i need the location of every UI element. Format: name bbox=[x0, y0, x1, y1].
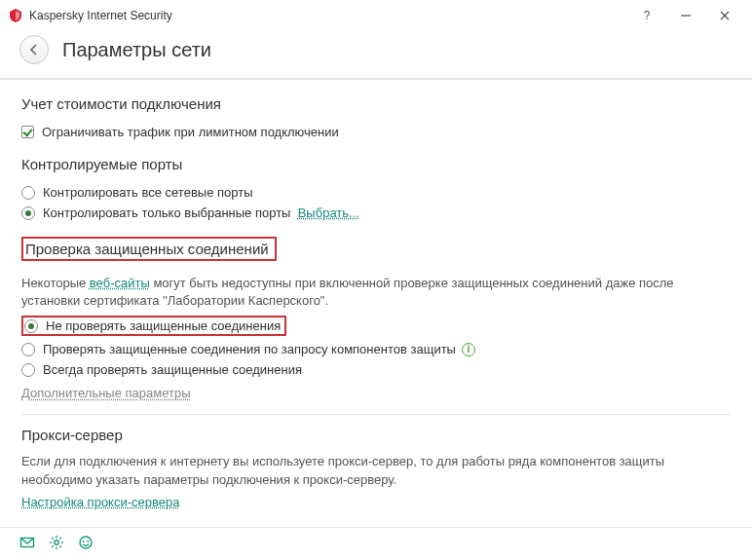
section-ports-heading: Контролируемые порты bbox=[21, 156, 731, 174]
divider bbox=[21, 414, 731, 415]
section-ports: Контролируемые порты Контролировать все … bbox=[21, 156, 731, 223]
minimize-button[interactable] bbox=[666, 0, 705, 31]
help-button[interactable]: ? bbox=[627, 0, 666, 31]
svg-line-13 bbox=[52, 545, 54, 547]
radio-label: Контролировать все сетевые порты bbox=[43, 185, 253, 200]
radio-icon bbox=[21, 186, 35, 200]
radio-selected-ports[interactable]: Контролировать только выбранные порты Вы… bbox=[21, 203, 731, 223]
radio-check-on-request[interactable]: Проверять защищенные соединения по запро… bbox=[21, 339, 731, 359]
checkbox-limit-traffic[interactable]: Ограничивать трафик при лимитном подключ… bbox=[21, 122, 731, 142]
additional-params-link[interactable]: Дополнительные параметры bbox=[21, 386, 191, 400]
radio-icon bbox=[24, 319, 38, 333]
close-button[interactable] bbox=[705, 0, 744, 31]
select-ports-link[interactable]: Выбрать... bbox=[298, 205, 359, 220]
svg-point-16 bbox=[87, 541, 89, 542]
radio-label: Не проверять защищенные соединения bbox=[46, 318, 281, 333]
back-button[interactable] bbox=[19, 35, 49, 64]
section-proxy: Прокси-сервер Если для подключения к инт… bbox=[21, 427, 731, 508]
section-secure-description: Некоторые веб-сайты могут быть недоступн… bbox=[21, 275, 731, 310]
checkbox-label: Ограничивать трафик при лимитном подключ… bbox=[42, 125, 339, 139]
radio-always-check[interactable]: Всегда проверять защищенные соединения bbox=[21, 359, 731, 380]
page-header: Параметры сети bbox=[0, 31, 752, 80]
proxy-settings-link[interactable]: Настройка прокси-сервера bbox=[21, 495, 179, 509]
svg-line-10 bbox=[52, 538, 54, 540]
section-proxy-heading: Прокси-сервер bbox=[21, 427, 731, 445]
section-secure-connections: Проверка защищенных соединений Некоторые… bbox=[21, 237, 731, 400]
svg-line-11 bbox=[59, 545, 61, 547]
gear-icon[interactable] bbox=[49, 535, 64, 553]
page-title: Параметры сети bbox=[62, 39, 211, 61]
info-icon[interactable]: i bbox=[462, 343, 475, 356]
window-title: Kaspersky Internet Security bbox=[29, 9, 627, 22]
radio-label: Всегда проверять защищенные соединения bbox=[43, 362, 302, 377]
mail-icon[interactable] bbox=[19, 535, 35, 553]
radio-icon bbox=[21, 206, 35, 220]
radio-label: Контролировать только выбранные порты bbox=[43, 205, 290, 220]
footer bbox=[0, 527, 752, 560]
websites-link[interactable]: веб-сайты bbox=[90, 276, 150, 290]
svg-point-5 bbox=[55, 541, 58, 544]
svg-text:?: ? bbox=[644, 10, 651, 21]
desc-text: Некоторые bbox=[21, 276, 90, 290]
svg-point-15 bbox=[83, 541, 85, 542]
support-icon[interactable] bbox=[78, 535, 94, 553]
titlebar: Kaspersky Internet Security ? bbox=[0, 0, 752, 31]
section-proxy-description: Если для подключения к интернету вы испо… bbox=[21, 453, 731, 488]
content-area: Учет стоимости подключения Ограничивать … bbox=[0, 80, 752, 525]
radio-icon bbox=[21, 363, 35, 377]
app-logo-icon bbox=[8, 8, 23, 23]
section-secure-heading: Проверка защищенных соединений bbox=[21, 237, 277, 261]
radio-icon bbox=[21, 343, 35, 356]
radio-all-ports[interactable]: Контролировать все сетевые порты bbox=[21, 182, 731, 203]
svg-line-12 bbox=[59, 538, 61, 540]
radio-never-check[interactable]: Не проверять защищенные соединения bbox=[21, 316, 286, 336]
radio-label: Проверять защищенные соединения по запро… bbox=[43, 342, 456, 356]
section-cost-heading: Учет стоимости подключения bbox=[21, 95, 731, 114]
svg-point-14 bbox=[80, 537, 92, 548]
section-cost: Учет стоимости подключения Ограничивать … bbox=[21, 95, 731, 142]
checkbox-icon bbox=[21, 126, 34, 138]
